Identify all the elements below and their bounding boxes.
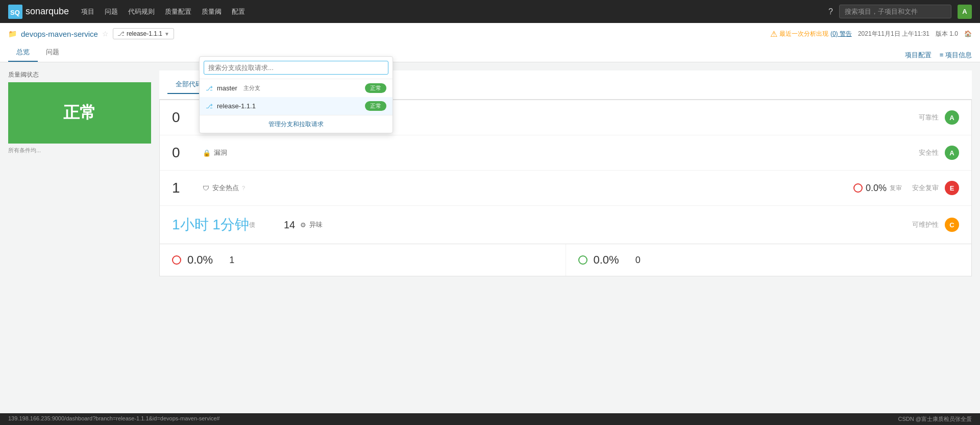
coverage-count-left: 1 (229, 255, 234, 266)
maintainability-right: 可维护性 C (908, 218, 959, 232)
branch-dropdown: ⎇ master 主分支 正常 ⎇ release-1.1.1 正常 管理分支和… (199, 56, 393, 133)
project-header-top: 📁 devops-maven-service ☆ ⎇ release-1.1.1… (8, 23, 972, 39)
nav-quality-profiles[interactable]: 质量配置 (165, 7, 191, 16)
coverage-pct-left: 0.0% (187, 253, 213, 267)
branch-search-container (200, 57, 393, 79)
hotspot-review: 0.0% 复审 (853, 183, 902, 194)
vuln-label: 🔒 漏洞 (203, 148, 227, 157)
branch-item-status: 正常 (365, 101, 386, 111)
security-label: 安全性 (908, 148, 939, 157)
warning-badge: ⚠ 最近一次分析出现 (0) 警告 (770, 29, 852, 39)
branch-item-status: 正常 (365, 83, 386, 93)
chevron-down-icon: ▼ (164, 31, 169, 37)
lock-icon: 🔒 (203, 149, 211, 157)
vuln-text: 漏洞 (214, 148, 227, 157)
maintainability-label: 可维护性 (908, 220, 939, 229)
top-nav-right: ? A (828, 5, 972, 19)
metric-row-hotspots: 1 🛡 安全热点 ? 0.0% 复审 安全复审 E (160, 171, 971, 206)
maintainability-grade: C (945, 218, 959, 232)
nav-overview[interactable]: 总览 (8, 43, 38, 62)
manage-branches-link[interactable]: 管理分支和拉取请求 (268, 121, 324, 128)
smells-label: 14 ⚙ 异味 (284, 219, 323, 231)
security-review-label: 安全复审 (908, 183, 939, 193)
project-settings-link[interactable]: 项目配置 (905, 51, 932, 60)
help-icon[interactable]: ? (828, 7, 833, 16)
sonarqube-logo-icon: SQ (8, 5, 22, 19)
reliability-grade: A (945, 110, 959, 125)
branch-dropdown-footer: 管理分支和拉取请求 (200, 115, 393, 133)
project-nav: 总览 问题 (8, 43, 67, 62)
review-label: 复审 (890, 184, 902, 193)
nav-issues[interactable]: 问题 (105, 7, 118, 16)
branch-item-name: release-1.1.1 (217, 102, 256, 110)
logo-text: sonarqube (26, 6, 69, 17)
project-info-label: 项目信息 (945, 51, 972, 59)
branch-search-input[interactable] (204, 61, 388, 75)
vuln-right: 安全性 A (908, 146, 959, 160)
project-header: 📁 devops-maven-service ☆ ⎇ release-1.1.1… (0, 23, 980, 62)
global-search-input[interactable] (839, 5, 951, 18)
branch-item-icon: ⎇ (206, 85, 213, 92)
main-content: 质量阈状态 正常 所有条件均... 全部代码 0 🐛 Bugs 可靠性 A (0, 62, 980, 285)
review-pct: 0.0% (866, 183, 887, 194)
branch-item-name: master (217, 84, 237, 92)
hotspot-right: 0.0% 复审 安全复审 E (853, 181, 959, 195)
duplication-count-right: 0 (635, 255, 641, 266)
duplication-pct-right: 0.0% (594, 253, 619, 267)
security-grade: A (945, 146, 959, 160)
duplication-circle-icon (578, 255, 587, 265)
metric-row-vulnerabilities: 0 🔒 漏洞 安全性 A (160, 135, 971, 171)
version-text: 版本 1.0 (936, 30, 958, 38)
home-icon[interactable]: 🏠 (964, 30, 972, 37)
shield-icon: 🛡 (203, 184, 209, 192)
project-name[interactable]: devops-maven-service (21, 30, 98, 38)
project-info-link[interactable]: ≡ 项目信息 (940, 51, 972, 60)
branch-item-master[interactable]: ⎇ master 主分支 正常 (200, 79, 393, 97)
hotspot-value: 1 (172, 180, 203, 196)
security-review-grade: E (945, 181, 959, 195)
warning-icon: ⚠ (770, 29, 777, 39)
user-avatar[interactable]: A (958, 5, 972, 19)
analysis-time: 2021年11月1日 上午11:31 (858, 30, 929, 38)
branch-icon: ⎇ (117, 30, 125, 37)
branch-item-tag: 主分支 (243, 84, 260, 92)
left-panel: 质量阈状态 正常 所有条件均... (8, 70, 151, 276)
gear-icon: ⚙ (300, 221, 306, 229)
nav-config[interactable]: 配置 (232, 7, 245, 16)
smells-text: 异味 (309, 220, 323, 229)
subheader-right: ⚠ 最近一次分析出现 (0) 警告 2021年11月1日 上午11:31 版本 … (770, 29, 972, 39)
nav-rules[interactable]: 代码规则 (128, 7, 155, 16)
warning-count-link[interactable]: (0) 警告 (830, 30, 852, 38)
bottom-metric-left: 0.0% 1 (160, 244, 566, 276)
hotspot-text: 安全热点 (212, 183, 239, 193)
review-circle-icon (853, 183, 863, 193)
branch-item-icon: ⎇ (206, 103, 213, 110)
list-icon: ≡ (940, 51, 944, 59)
nav-quality-gates[interactable]: 质量阈 (202, 7, 222, 16)
vuln-value: 0 (172, 145, 203, 161)
nav-projects[interactable]: 项目 (81, 7, 94, 16)
branch-selector[interactable]: ⎇ release-1.1.1 ▼ (113, 28, 174, 39)
svg-text:SQ: SQ (10, 9, 20, 16)
hotspot-label: 🛡 安全热点 ? (203, 183, 245, 193)
logo: SQ sonarqube (8, 5, 69, 19)
favorite-star-icon[interactable]: ☆ (102, 30, 109, 38)
bugs-value: 0 (172, 109, 203, 126)
project-folder-icon: 📁 (8, 30, 17, 38)
subheader-actions: 项目配置 ≡ 项目信息 (905, 51, 972, 62)
top-nav-links: 项目 问题 代码规则 质量配置 质量阈 配置 (81, 7, 816, 16)
reliability-label: 可靠性 (908, 113, 939, 122)
branch-item-release[interactable]: ⎇ release-1.1.1 正常 (200, 97, 393, 115)
bottom-metric-right: 0.0% 0 (566, 244, 972, 276)
quality-gate-condition: 所有条件均... (8, 147, 151, 154)
nav-issues[interactable]: 问题 (38, 43, 67, 62)
coverage-circle-red-icon (172, 255, 181, 265)
quality-gate-status: 正常 (8, 82, 151, 144)
top-navigation: SQ sonarqube 项目 问题 代码规则 质量配置 质量阈 配置 ? A (0, 0, 980, 23)
hotspot-help-icon[interactable]: ? (242, 185, 245, 191)
debt-sub-label: 债 (249, 221, 255, 229)
quality-gate-label: 质量阈状态 (8, 70, 151, 79)
branch-selector-label: release-1.1.1 (127, 30, 162, 37)
metric-row-maintainability: 1小时 1分钟 债 14 ⚙ 异味 可维护性 C (160, 206, 971, 244)
debt-value: 1小时 1分钟 (172, 215, 249, 234)
